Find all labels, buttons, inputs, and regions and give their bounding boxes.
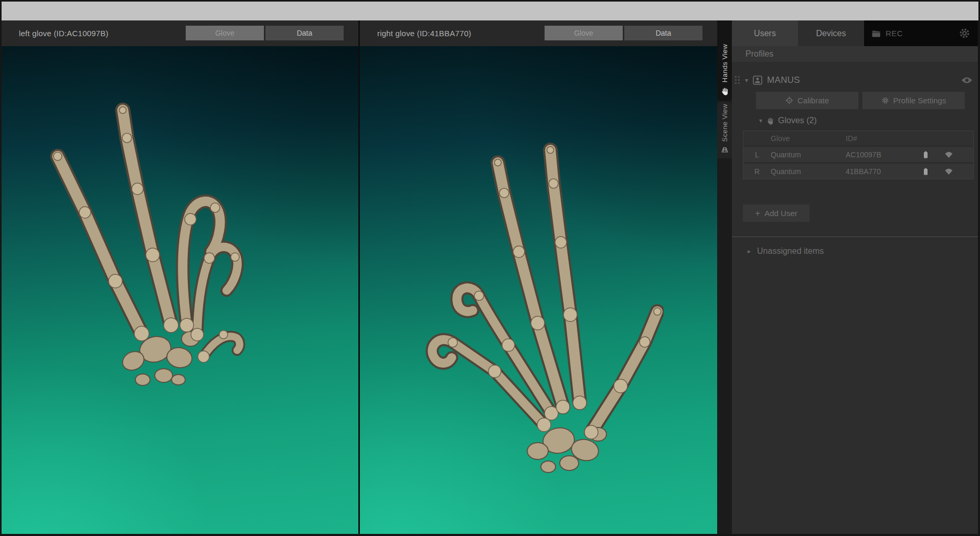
- tab-users[interactable]: Users: [732, 20, 798, 46]
- left-tab-data[interactable]: Data: [265, 26, 344, 40]
- right-tab-data[interactable]: Data: [624, 26, 702, 40]
- scene-view-label: Scene View: [721, 104, 729, 142]
- gloves-section-row[interactable]: ▾ Gloves (2): [759, 116, 978, 125]
- tab-devices[interactable]: Devices: [798, 20, 864, 46]
- signal-icon: [944, 151, 953, 158]
- gear-icon[interactable]: [958, 27, 971, 39]
- right-hand-skeleton: [412, 120, 664, 476]
- profile-name: MANUS: [767, 75, 800, 85]
- drag-handle-icon[interactable]: [735, 76, 740, 84]
- left-viewport-title: left glove (ID:AC10097B): [2, 29, 109, 38]
- left-glove-viewport: left glove (ID:AC10097B) Glove Data: [2, 20, 358, 534]
- left-viewport-header: left glove (ID:AC10097B) Glove Data: [2, 20, 358, 46]
- record-zone: REC: [864, 20, 978, 46]
- right-tab-glove[interactable]: Glove: [545, 26, 623, 40]
- glove-side: R: [743, 167, 771, 176]
- calibrate-label: Calibrate: [797, 96, 829, 105]
- unassigned-items-label: Unassigned items: [757, 246, 824, 256]
- left-3d-view[interactable]: [2, 46, 358, 534]
- col-id: ID#: [846, 134, 923, 143]
- user-avatar-icon: [753, 76, 762, 85]
- add-user-label: Add User: [764, 209, 797, 218]
- tab-scene-view[interactable]: Scene View: [717, 102, 732, 158]
- hand-icon: [766, 117, 774, 125]
- tab-hands-view[interactable]: Hands View: [717, 20, 732, 101]
- glove-type: Quantum: [771, 151, 846, 159]
- glove-table-header: Glove ID#: [743, 131, 973, 145]
- hand-icon: [721, 87, 729, 95]
- right-viewport-title: right glove (ID:41BBA770): [360, 29, 471, 38]
- side-panel: Users Devices REC: [732, 20, 978, 534]
- view-mode-strip: Hands View Scene View ›: [717, 20, 732, 534]
- glove-id: 41BBA770: [846, 167, 923, 176]
- window-titlebar[interactable]: [2, 2, 978, 20]
- eye-icon[interactable]: [961, 77, 973, 84]
- glove-side: L: [743, 151, 771, 159]
- panel-tab-bar: Users Devices REC: [732, 20, 978, 46]
- glove-id: AC10097B: [846, 151, 923, 159]
- right-3d-view[interactable]: [360, 46, 717, 534]
- battery-icon: [923, 168, 928, 175]
- profile-actions: Calibrate Profile Settings: [756, 92, 965, 109]
- right-glove-viewport: right glove (ID:41BBA770) Glove Data: [360, 20, 717, 534]
- table-row[interactable]: R Quantum 41BBA770: [743, 164, 973, 179]
- table-row[interactable]: L Quantum AC10097B: [743, 147, 973, 162]
- chevron-down-icon[interactable]: ▾: [745, 77, 748, 83]
- profile-settings-label: Profile Settings: [893, 96, 946, 105]
- target-icon: [785, 97, 793, 104]
- left-viewport-tabs: Glove Data: [186, 26, 344, 40]
- chevron-right-icon: ▸: [748, 248, 751, 254]
- section-divider: [732, 237, 978, 237]
- right-viewport-header: right glove (ID:41BBA770) Glove Data: [360, 20, 717, 46]
- gloves-section-label: Gloves (2): [778, 116, 817, 125]
- rec-button[interactable]: REC: [886, 29, 903, 38]
- plus-icon: +: [755, 208, 760, 219]
- profiles-label: Profiles: [745, 49, 773, 59]
- col-glove: Glove: [771, 134, 846, 143]
- chevron-down-icon: ▾: [759, 117, 762, 124]
- clapperboard-icon: [871, 29, 881, 38]
- calibrate-button[interactable]: Calibrate: [756, 92, 858, 109]
- profile-row-manus[interactable]: ▾ MANUS: [734, 73, 973, 87]
- app-window: left glove (ID:AC10097B) Glove Data: [0, 0, 980, 536]
- scene-grid-icon: [720, 146, 729, 153]
- glove-type: Quantum: [771, 167, 846, 176]
- battery-icon: [923, 151, 928, 158]
- left-hand-skeleton: [30, 88, 251, 403]
- glove-table: Glove ID# L Quantum AC10097B: [743, 131, 974, 179]
- profile-settings-button[interactable]: Profile Settings: [862, 92, 965, 109]
- profiles-section-header: Profiles: [732, 46, 978, 62]
- right-viewport-tabs: Glove Data: [545, 26, 702, 40]
- signal-icon: [944, 168, 953, 175]
- hands-view-label: Hands View: [721, 44, 729, 82]
- add-user-button[interactable]: + Add User: [743, 205, 809, 222]
- left-tab-glove[interactable]: Glove: [186, 26, 264, 40]
- gear-icon: [881, 97, 889, 104]
- unassigned-items-row[interactable]: ▸ Unassigned items: [748, 246, 978, 256]
